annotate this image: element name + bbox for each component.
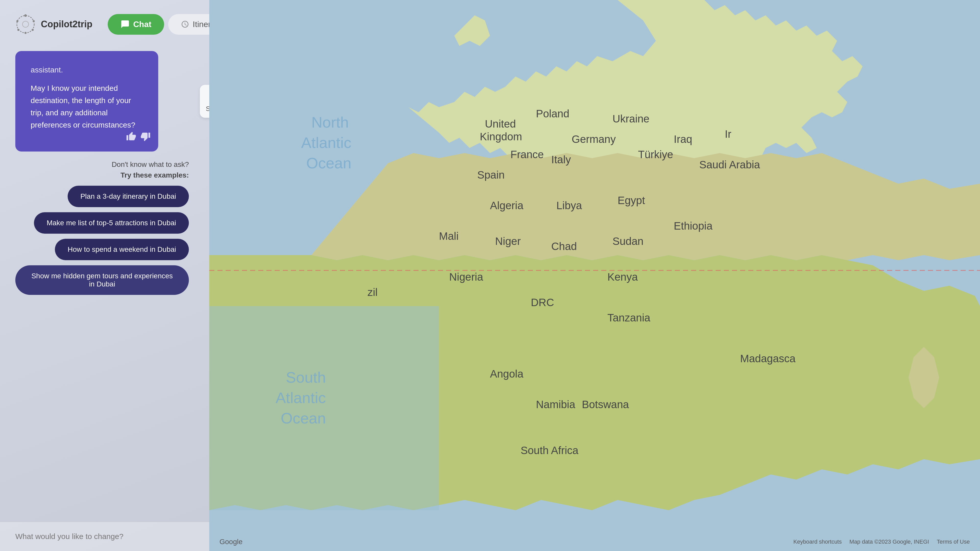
svg-text:Chad: Chad (551, 240, 577, 252)
app-name: Copilot2trip (41, 19, 92, 30)
chat-icon (121, 20, 130, 29)
svg-text:Botswana: Botswana (582, 399, 629, 410)
svg-point-4 (24, 32, 27, 34)
svg-text:Sudan: Sudan (612, 235, 643, 247)
thumbs-up-button[interactable] (126, 131, 136, 144)
assistant-partial-text: assistant. (30, 64, 143, 76)
svg-point-5 (18, 29, 19, 31)
logo-container: Copilot2trip (15, 14, 92, 35)
svg-point-3 (32, 29, 34, 31)
svg-text:Atlantic: Atlantic (301, 134, 352, 151)
thumbs-down-button[interactable] (140, 131, 151, 144)
svg-rect-9 (209, 306, 439, 510)
svg-text:North: North (311, 114, 349, 131)
svg-point-6 (16, 20, 18, 22)
svg-point-2 (33, 20, 35, 22)
chat-input[interactable] (15, 532, 194, 541)
svg-text:DRC: DRC (531, 297, 554, 308)
suggestion-btn-3[interactable]: Show me hidden gem tours and experiences… (15, 265, 189, 295)
svg-text:United: United (485, 118, 516, 130)
thumbs-up-icon (126, 131, 136, 141)
svg-text:Ukraine: Ukraine (612, 113, 649, 125)
svg-text:Poland: Poland (536, 108, 570, 120)
svg-text:Namibia: Namibia (536, 399, 576, 410)
share-button[interactable]: Share (200, 85, 209, 118)
svg-text:Ethiopia: Ethiopia (674, 220, 713, 232)
svg-point-7 (22, 21, 29, 27)
map-footer: Google Keyboard shortcuts Map data ©2023… (209, 538, 980, 546)
suggestion-btn-1[interactable]: Make me list of top-5 attractions in Dub… (34, 212, 189, 233)
svg-text:South Africa: South Africa (520, 445, 579, 456)
map-svg: North Atlantic Ocean South Atlantic Ocea… (209, 0, 980, 551)
assistant-main-text: May I know your intended destination, th… (30, 82, 143, 131)
svg-text:Iraq: Iraq (674, 133, 692, 145)
assistant-message-container: assistant. May I know your intended dest… (15, 51, 194, 151)
suggestion-btn-0[interactable]: Plan a 3-day itinerary in Dubai (68, 186, 189, 207)
svg-text:Atlantic: Atlantic (275, 389, 326, 407)
svg-text:Kingdom: Kingdom (480, 130, 522, 143)
svg-text:Niger: Niger (495, 235, 520, 247)
svg-text:Spain: Spain (477, 169, 504, 181)
svg-text:Germany: Germany (572, 133, 616, 145)
right-panel: North Atlantic Ocean South Atlantic Ocea… (209, 0, 980, 551)
itinerary-icon (181, 20, 189, 28)
map-container: North Atlantic Ocean South Atlantic Ocea… (209, 0, 980, 551)
svg-text:Nigeria: Nigeria (449, 271, 484, 283)
svg-text:Saudi Arabia: Saudi Arabia (699, 159, 760, 171)
svg-point-0 (17, 16, 34, 33)
svg-text:Tanzania: Tanzania (608, 312, 651, 324)
svg-text:Libya: Libya (556, 200, 582, 211)
svg-text:Kenya: Kenya (608, 271, 638, 283)
svg-text:Ir: Ir (725, 128, 732, 140)
terms-of-use[interactable]: Terms of Use (937, 538, 970, 545)
thumbs-down-icon (140, 131, 151, 141)
assistant-bubble: assistant. May I know your intended dest… (15, 51, 158, 151)
google-logo: Google (220, 538, 242, 546)
svg-text:Ocean: Ocean (281, 410, 326, 427)
svg-text:France: France (511, 148, 544, 160)
map-data-credit: Map data ©2023 Google, INEGI (850, 538, 929, 545)
svg-text:Algeria: Algeria (490, 200, 523, 211)
svg-text:Egypt: Egypt (617, 194, 645, 206)
tab-chat-button[interactable]: Chat (108, 14, 164, 35)
logo-icon (15, 14, 36, 35)
svg-text:Türkiye: Türkiye (638, 148, 673, 160)
feedback-buttons (126, 131, 151, 144)
left-panel: Copilot2trip Chat Itinerary (0, 0, 209, 551)
svg-text:Mali: Mali (439, 230, 458, 242)
share-label: Share (206, 105, 209, 113)
svg-text:zil: zil (368, 286, 378, 298)
chat-area: assistant. May I know your intended dest… (0, 46, 209, 522)
map-credits: Keyboard shortcuts Map data ©2023 Google… (794, 538, 970, 545)
input-area (0, 522, 209, 551)
suggestions-header: Don't know what to ask? Try these exampl… (111, 159, 189, 181)
suggestions-section: Don't know what to ask? Try these exampl… (15, 159, 194, 295)
svg-text:Madagasca: Madagasca (740, 353, 796, 365)
svg-point-1 (24, 14, 27, 17)
svg-text:South: South (286, 369, 326, 386)
svg-text:Ocean: Ocean (306, 155, 352, 171)
svg-text:Italy: Italy (551, 154, 571, 165)
svg-text:Angola: Angola (490, 368, 523, 380)
app-header: Copilot2trip Chat Itinerary (0, 0, 209, 46)
suggestion-btn-2[interactable]: How to spend a weekend in Dubai (55, 239, 189, 260)
keyboard-shortcuts[interactable]: Keyboard shortcuts (794, 538, 842, 545)
